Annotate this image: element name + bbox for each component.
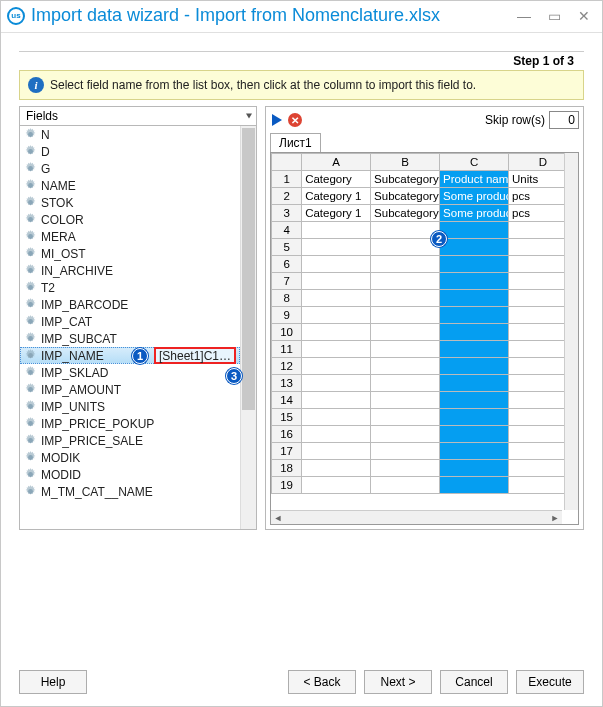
col-header[interactable]: B <box>371 154 440 171</box>
grid-cell[interactable] <box>371 222 440 239</box>
grid-cell[interactable] <box>302 273 371 290</box>
field-row[interactable]: COLOR <box>20 211 240 228</box>
grid-cell[interactable] <box>440 273 509 290</box>
field-row[interactable]: IMP_PRICE_POKUP <box>20 415 240 432</box>
row-header[interactable]: 12 <box>272 358 302 375</box>
field-row[interactable]: IMP_AMOUNT <box>20 381 240 398</box>
field-row[interactable]: MODID <box>20 466 240 483</box>
field-row[interactable]: T2 <box>20 279 240 296</box>
grid-cell[interactable] <box>440 443 509 460</box>
row-header[interactable]: 13 <box>272 375 302 392</box>
row-header[interactable]: 15 <box>272 409 302 426</box>
spreadsheet-grid[interactable]: ABCD1CategorySubcategoryProduct nameUnit… <box>270 152 579 525</box>
help-button[interactable]: Help <box>19 670 87 694</box>
grid-cell[interactable] <box>302 341 371 358</box>
grid-cell[interactable] <box>302 256 371 273</box>
grid-vscrollbar[interactable] <box>564 153 578 510</box>
field-row[interactable]: IMP_SKLAD <box>20 364 240 381</box>
back-button[interactable]: < Back <box>288 670 356 694</box>
grid-cell[interactable]: Product name <box>440 171 509 188</box>
field-row[interactable]: G <box>20 160 240 177</box>
grid-cell[interactable]: Category 1 <box>302 205 371 222</box>
row-header[interactable]: 3 <box>272 205 302 222</box>
grid-cell[interactable] <box>371 426 440 443</box>
field-row[interactable]: M_TM_CAT__NAME <box>20 483 240 500</box>
cancel-button[interactable]: Cancel <box>440 670 508 694</box>
play-icon[interactable] <box>272 114 282 126</box>
row-header[interactable]: 10 <box>272 324 302 341</box>
grid-cell[interactable]: Subcategory <box>371 171 440 188</box>
grid-cell[interactable] <box>440 409 509 426</box>
grid-cell[interactable] <box>440 307 509 324</box>
row-header[interactable]: 5 <box>272 239 302 256</box>
row-header[interactable]: 1 <box>272 171 302 188</box>
grid-cell[interactable] <box>440 341 509 358</box>
grid-cell[interactable] <box>371 375 440 392</box>
execute-button[interactable]: Execute <box>516 670 584 694</box>
col-header[interactable]: A <box>302 154 371 171</box>
corner-cell[interactable] <box>272 154 302 171</box>
field-row[interactable]: N <box>20 126 240 143</box>
grid-cell[interactable]: Category <box>302 171 371 188</box>
row-header[interactable]: 6 <box>272 256 302 273</box>
grid-cell[interactable] <box>440 239 509 256</box>
field-row[interactable]: NAME <box>20 177 240 194</box>
grid-cell[interactable] <box>371 409 440 426</box>
grid-cell[interactable] <box>371 477 440 494</box>
grid-cell[interactable] <box>440 290 509 307</box>
grid-cell[interactable]: Some product <box>440 205 509 222</box>
grid-cell[interactable] <box>440 460 509 477</box>
grid-cell[interactable] <box>440 222 509 239</box>
grid-cell[interactable] <box>302 443 371 460</box>
row-header[interactable]: 7 <box>272 273 302 290</box>
sheet-tab[interactable]: Лист1 <box>270 133 321 152</box>
row-header[interactable]: 17 <box>272 443 302 460</box>
grid-cell[interactable] <box>371 460 440 477</box>
grid-cell[interactable] <box>302 307 371 324</box>
grid-cell[interactable] <box>440 324 509 341</box>
grid-cell[interactable] <box>440 375 509 392</box>
field-row[interactable]: D <box>20 143 240 160</box>
grid-cell[interactable] <box>302 426 371 443</box>
row-header[interactable]: 18 <box>272 460 302 477</box>
field-row[interactable]: IMP_UNITS <box>20 398 240 415</box>
row-header[interactable]: 19 <box>272 477 302 494</box>
grid-cell[interactable]: Category 1 <box>302 188 371 205</box>
grid-cell[interactable] <box>440 426 509 443</box>
row-header[interactable]: 16 <box>272 426 302 443</box>
skip-rows-input[interactable] <box>549 111 579 129</box>
next-button[interactable]: Next > <box>364 670 432 694</box>
row-header[interactable]: 14 <box>272 392 302 409</box>
grid-cell[interactable] <box>302 375 371 392</box>
grid-cell[interactable] <box>440 358 509 375</box>
grid-cell[interactable] <box>371 324 440 341</box>
grid-cell[interactable] <box>302 409 371 426</box>
grid-cell[interactable] <box>371 273 440 290</box>
grid-cell[interactable]: Subcategory <box>371 205 440 222</box>
grid-cell[interactable] <box>371 290 440 307</box>
field-row[interactable]: MERA <box>20 228 240 245</box>
maximize-button[interactable]: ▭ <box>546 8 562 24</box>
grid-cell[interactable] <box>371 256 440 273</box>
row-header[interactable]: 11 <box>272 341 302 358</box>
grid-hscrollbar[interactable]: ◄ ► <box>271 510 562 524</box>
field-row[interactable]: IN_ARCHIVE <box>20 262 240 279</box>
field-row[interactable]: MODIK <box>20 449 240 466</box>
grid-cell[interactable] <box>371 443 440 460</box>
grid-cell[interactable] <box>302 460 371 477</box>
fields-scrollbar[interactable] <box>240 126 256 529</box>
field-row[interactable]: MI_OST <box>20 245 240 262</box>
grid-cell[interactable] <box>302 290 371 307</box>
stop-icon[interactable]: ✕ <box>288 113 302 127</box>
grid-cell[interactable] <box>302 358 371 375</box>
grid-cell[interactable] <box>440 477 509 494</box>
row-header[interactable]: 4 <box>272 222 302 239</box>
grid-cell[interactable] <box>371 341 440 358</box>
grid-cell[interactable] <box>302 392 371 409</box>
grid-cell[interactable] <box>371 392 440 409</box>
grid-cell[interactable]: Subcategory <box>371 188 440 205</box>
close-button[interactable]: ✕ <box>576 8 592 24</box>
field-row[interactable]: IMP_BARCODE <box>20 296 240 313</box>
grid-cell[interactable] <box>440 256 509 273</box>
field-row[interactable]: IMP_NAME1[Sheet1]C1… <box>20 347 240 364</box>
